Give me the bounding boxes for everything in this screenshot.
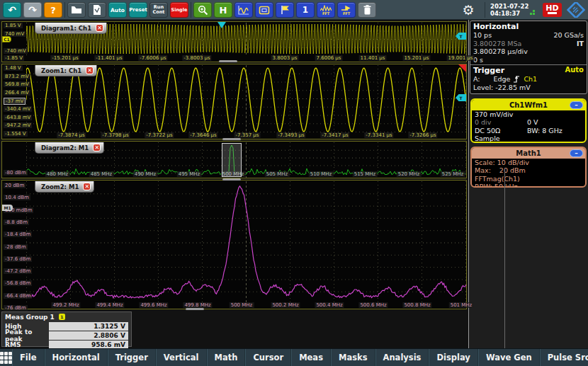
trigger-position-marker[interactable] (217, 22, 226, 28)
zoom1-tab[interactable]: Zoom1: Ch1 ✕ (35, 65, 97, 76)
toolbar-separator (191, 2, 191, 18)
diagram1-tab[interactable]: Diagram1: Ch1 ✕ (35, 23, 107, 34)
close-icon[interactable]: ✕ (96, 24, 103, 32)
redo-button[interactable]: ↷ (23, 2, 42, 18)
ch1-bandwidth-value: BW: 8 GHz (527, 127, 562, 135)
trigger-level-value: Level: -22.85 mV (473, 84, 531, 92)
trigger-title: Trigger (473, 66, 504, 75)
settings-button[interactable]: ⚙ (459, 2, 477, 18)
network-status-icon (530, 10, 536, 16)
redo-icon: ↷ (28, 4, 37, 16)
magnifier-icon (198, 5, 208, 16)
ch1-box-title: Ch1Wfm1 (509, 101, 548, 109)
menu-item[interactable]: Pulse Src (540, 349, 588, 366)
brand-logo (567, 2, 585, 21)
close-icon[interactable]: ✕ (93, 144, 101, 151)
close-icon[interactable]: ✕ (83, 183, 91, 190)
selection-handle-top[interactable] (222, 138, 241, 140)
tab-title: Zoom1: Ch1 (41, 67, 81, 74)
acquisition-info-box[interactable]: Horizontal 10 ps20 GSa/s 3.800278 MSaIT … (470, 21, 587, 94)
meas-value: 2.8806 V (49, 331, 128, 340)
sample-rate-value: 20 GSa/s (554, 31, 584, 40)
menu-item[interactable]: Meas (291, 349, 331, 366)
autoset-button[interactable]: Auto (108, 2, 127, 18)
acq-mode-value: IT (577, 40, 584, 48)
oscilloscope-app: ↶ ↷ ? Auto Preset Run Cont Single H 1 (0, 0, 588, 366)
toolbar-separator (485, 2, 485, 18)
menu-item[interactable]: Trigger (108, 349, 156, 366)
diagram2-tab[interactable]: Diagram2: M1 ✕ (35, 142, 104, 154)
menu-item[interactable]: File (12, 349, 45, 366)
mask-test-button[interactable] (255, 2, 273, 18)
record-length-value: 3.800278 MSa (473, 40, 521, 48)
math1-signal-box[interactable]: Math1 – Scale: 10 dB/div Max:20 dBm FFTm… (470, 147, 587, 188)
menu-item[interactable]: Vertical (156, 349, 207, 366)
splitter-handle[interactable] (219, 60, 237, 62)
right-sidebar: Horizontal 10 ps20 GSa/s 3.800278 MSaIT … (468, 20, 588, 348)
undo-button[interactable]: ↶ (3, 2, 21, 18)
trigger-type-value: Edge (494, 75, 511, 84)
datetime-display[interactable]: 2021-07-22 04:18:37 (490, 3, 528, 17)
history-icon: H (220, 5, 227, 16)
meas-row: Peak to peak 2.8806 V (2, 331, 131, 340)
zoom-tool-button[interactable] (193, 2, 212, 18)
menu-item[interactable]: Analysis (375, 349, 429, 366)
zoom1-panel: Zoom1: Ch1 ✕ 1.48 V873.2 mV569.8 mV266.4… (1, 64, 467, 139)
menu-item[interactable]: Horizontal (45, 349, 108, 366)
hd-mode-badge[interactable]: HD (543, 3, 562, 17)
zoom2-plot[interactable] (26, 181, 466, 303)
preset-button[interactable]: Preset (129, 2, 147, 18)
ch1-signal-box[interactable]: Ch1Wfm1 – 370 mV/div 0 div0 V DC 50ΩBW: … (470, 98, 587, 143)
top-toolbar: ↶ ↷ ? Auto Preset Run Cont Single H 1 (0, 0, 588, 20)
bottom-menubar: FileHorizontalTriggerVerticalMathCursorM… (0, 348, 588, 366)
trigger-mode-value: Auto (565, 66, 584, 75)
measurement-results-box[interactable]: Meas Group 1 1 High 1.3125 V Peak to pea… (1, 311, 132, 347)
math1-waveform-marker[interactable]: M1 (2, 205, 13, 211)
run-cont-button[interactable]: Run Cont (149, 2, 168, 18)
menu-item[interactable]: Wave Gen (478, 349, 540, 366)
fft-spectrum-icon (320, 5, 332, 11)
zoom2-tab[interactable]: Zoom2: M1 ✕ (35, 181, 94, 193)
splitter-handle[interactable] (186, 308, 204, 310)
trash-icon (363, 5, 371, 15)
horizontal-position-value: 0 s (473, 56, 483, 64)
tab-title: Diagram2: M1 (41, 144, 89, 151)
horizontal-title: Horizontal (473, 22, 519, 31)
cursor-button[interactable]: 1 (296, 2, 315, 18)
fft-button[interactable]: FFT (317, 2, 335, 18)
rising-edge-icon (514, 76, 520, 83)
report-button[interactable] (88, 2, 106, 18)
zoom2-x-axis: 499.2 MHz499.4 MHz499.6 MHz499.8 MHz500 … (2, 302, 466, 308)
delete-button[interactable] (358, 2, 376, 18)
apps-menu-button[interactable] (0, 349, 12, 366)
mask-icon (259, 6, 270, 15)
open-file-button[interactable] (67, 2, 86, 18)
single-button[interactable]: Single (170, 2, 188, 18)
help-button[interactable]: ? (44, 2, 62, 18)
math-waveform-button[interactable] (234, 2, 253, 18)
minimize-button[interactable]: – (570, 149, 583, 157)
zoom-selection-box[interactable] (222, 143, 242, 177)
toolbar-separator (64, 2, 65, 18)
gated-fft-button[interactable]: FFT (337, 2, 356, 18)
diagram1-panel: Diagram1: Ch1 ✕ 1.85 V740 mV-740 mV-1.85… (1, 21, 467, 62)
menu-item[interactable]: Cursor (245, 349, 291, 366)
close-icon[interactable]: ✕ (86, 67, 94, 74)
menu-item[interactable]: Display (429, 349, 477, 366)
history-button[interactable]: H (214, 2, 232, 18)
ch1-coupling-value: DC 50Ω (475, 127, 500, 135)
ch1-offset-div-value: 0 div (475, 118, 491, 126)
ch1-decimation-value: Sample (475, 135, 500, 142)
ch1-scale-value: 370 mV/div (475, 110, 513, 118)
menu-item[interactable]: Math (207, 349, 246, 366)
minimize-button[interactable]: – (570, 101, 583, 109)
trigger-source-value: Ch1 (524, 75, 537, 84)
menu-item[interactable]: Masks (331, 349, 375, 366)
ch1-channel-marker[interactable]: C1 (2, 36, 11, 42)
meas-label: RMS (2, 341, 49, 348)
selection-handle-bottom[interactable] (222, 178, 241, 181)
trigger-a-label: A: (473, 75, 480, 84)
annotation-button[interactable] (276, 2, 294, 18)
meas-value: 1.3125 V (49, 322, 128, 331)
zoom1-x-axis: -7.3874 µs-7.3798 µs-7.3722 µs-7.3646 µs… (2, 132, 466, 138)
